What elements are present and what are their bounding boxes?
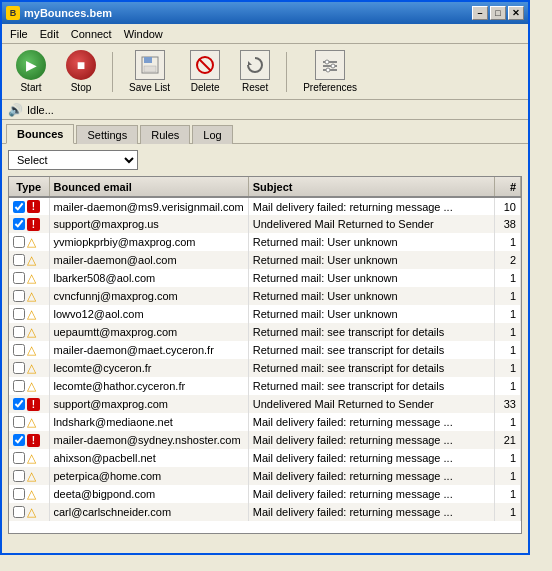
close-button[interactable]: ✕ [508, 6, 524, 20]
maximize-button[interactable]: □ [490, 6, 506, 20]
tab-log[interactable]: Log [192, 125, 232, 144]
row-checkbox[interactable] [13, 308, 25, 320]
col-subject[interactable]: Subject [248, 177, 494, 197]
table-row[interactable]: △lndshark@mediaone.netMail delivery fail… [9, 413, 521, 431]
table-row[interactable]: △ahixson@pacbell.netMail delivery failed… [9, 449, 521, 467]
warn-icon: △ [27, 271, 36, 285]
col-type[interactable]: Type [9, 177, 49, 197]
svg-point-10 [331, 64, 335, 68]
cell-type: △ [9, 323, 49, 341]
cell-email: mailer-daemon@maet.cyceron.fr [49, 341, 248, 359]
main-window: B myBounces.bem – □ ✕ File Edit Connect … [0, 0, 530, 555]
menu-window[interactable]: Window [118, 26, 169, 42]
warn-icon: △ [27, 325, 36, 339]
toolbar-separator-1 [112, 52, 113, 92]
row-checkbox[interactable] [13, 380, 25, 392]
cell-email: lecomte@cyceron.fr [49, 359, 248, 377]
stop-button[interactable]: ■ Stop [60, 48, 102, 95]
cell-subject: Returned mail: User unknown [248, 305, 494, 323]
start-label: Start [20, 82, 41, 93]
table-row[interactable]: △peterpica@home.comMail delivery failed:… [9, 467, 521, 485]
table-row[interactable]: △lecomte@hathor.cyceron.frReturned mail:… [9, 377, 521, 395]
warn-icon: △ [27, 307, 36, 321]
table-row[interactable]: △cvncfunnj@maxprog.comReturned mail: Use… [9, 287, 521, 305]
cell-type: △ [9, 359, 49, 377]
cell-subject: Mail delivery failed: returning message … [248, 431, 494, 449]
content-area: Select All None Invert Type Bounced emai… [2, 144, 528, 538]
select-dropdown[interactable]: Select All None Invert [8, 150, 138, 170]
warn-icon: △ [27, 253, 36, 267]
reset-label: Reset [242, 82, 268, 93]
cell-type: ! [9, 197, 49, 215]
reset-button[interactable]: Reset [234, 48, 276, 95]
row-checkbox[interactable] [13, 398, 25, 410]
cell-type: △ [9, 287, 49, 305]
row-checkbox[interactable] [13, 218, 25, 230]
row-checkbox[interactable] [13, 201, 25, 213]
email-table: Type Bounced email Subject # !mailer-dae… [9, 177, 521, 521]
delete-icon [190, 50, 220, 80]
menu-file[interactable]: File [4, 26, 34, 42]
cell-type: △ [9, 503, 49, 521]
table-row[interactable]: !support@maxprog.usUndelivered Mail Retu… [9, 215, 521, 233]
warn-icon: △ [27, 361, 36, 375]
tab-bounces[interactable]: Bounces [6, 124, 74, 144]
save-list-button[interactable]: Save List [123, 48, 176, 95]
table-row[interactable]: △lbarker508@aol.comReturned mail: User u… [9, 269, 521, 287]
delete-label: Delete [191, 82, 220, 93]
table-row[interactable]: !mailer-daemon@sydney.nshoster.comMail d… [9, 431, 521, 449]
preferences-label: Preferences [303, 82, 357, 93]
cell-type: △ [9, 413, 49, 431]
menu-edit[interactable]: Edit [34, 26, 65, 42]
app-icon: B [6, 6, 20, 20]
row-checkbox[interactable] [13, 416, 25, 428]
row-checkbox[interactable] [13, 470, 25, 482]
warn-icon: △ [27, 379, 36, 393]
table-row[interactable]: △lowvo12@aol.comReturned mail: User unkn… [9, 305, 521, 323]
cell-email: uepaumtt@maxprog.com [49, 323, 248, 341]
table-header-row: Type Bounced email Subject # [9, 177, 521, 197]
row-checkbox[interactable] [13, 236, 25, 248]
delete-button[interactable]: Delete [184, 48, 226, 95]
table-row[interactable]: △mailer-daemon@maet.cyceron.frReturned m… [9, 341, 521, 359]
minimize-button[interactable]: – [472, 6, 488, 20]
error-icon: ! [27, 398, 40, 411]
col-email[interactable]: Bounced email [49, 177, 248, 197]
preferences-icon [315, 50, 345, 80]
row-checkbox[interactable] [13, 452, 25, 464]
row-checkbox[interactable] [13, 326, 25, 338]
tab-rules[interactable]: Rules [140, 125, 190, 144]
table-row[interactable]: △uepaumtt@maxprog.comReturned mail: see … [9, 323, 521, 341]
svg-marker-5 [248, 61, 252, 65]
cell-email: lbarker508@aol.com [49, 269, 248, 287]
table-row[interactable]: !mailer-daemon@ms9.verisignmail.comMail … [9, 197, 521, 215]
cell-email: ahixson@pacbell.net [49, 449, 248, 467]
table-row[interactable]: !support@maxprog.comUndelivered Mail Ret… [9, 395, 521, 413]
row-checkbox[interactable] [13, 488, 25, 500]
cell-email: yvmiopkprbiy@maxprog.com [49, 233, 248, 251]
row-checkbox[interactable] [13, 272, 25, 284]
cell-count: 21 [495, 431, 521, 449]
start-button[interactable]: ▶ Start [10, 48, 52, 95]
table-row[interactable]: △mailer-daemon@aol.comReturned mail: Use… [9, 251, 521, 269]
table-row[interactable]: △lecomte@cyceron.frReturned mail: see tr… [9, 359, 521, 377]
preferences-button[interactable]: Preferences [297, 48, 363, 95]
cell-subject: Mail delivery failed: returning message … [248, 485, 494, 503]
row-checkbox[interactable] [13, 290, 25, 302]
row-checkbox[interactable] [13, 506, 25, 518]
table-row[interactable]: △yvmiopkprbiy@maxprog.comReturned mail: … [9, 233, 521, 251]
cell-count: 10 [495, 197, 521, 215]
row-checkbox[interactable] [13, 434, 25, 446]
row-checkbox[interactable] [13, 344, 25, 356]
table-row[interactable]: △deeta@bigpond.comMail delivery failed: … [9, 485, 521, 503]
email-table-wrapper[interactable]: Type Bounced email Subject # !mailer-dae… [8, 176, 522, 534]
menu-connect[interactable]: Connect [65, 26, 118, 42]
row-checkbox[interactable] [13, 254, 25, 266]
cell-subject: Returned mail: User unknown [248, 269, 494, 287]
warn-icon: △ [27, 415, 36, 429]
row-checkbox[interactable] [13, 362, 25, 374]
cell-type: △ [9, 251, 49, 269]
table-row[interactable]: △carl@carlschneider.comMail delivery fai… [9, 503, 521, 521]
tab-settings[interactable]: Settings [76, 125, 138, 144]
col-count[interactable]: # [495, 177, 521, 197]
